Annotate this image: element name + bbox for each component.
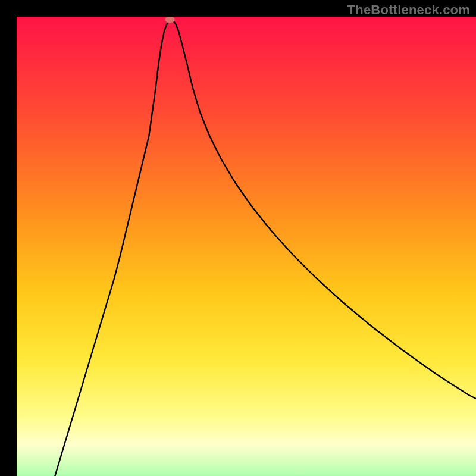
chart-frame: TheBottleneck.com <box>0 0 476 476</box>
optimum-marker <box>165 17 175 23</box>
bottleneck-chart <box>17 17 476 476</box>
chart-background <box>17 17 476 476</box>
attribution-text: TheBottleneck.com <box>347 2 470 18</box>
